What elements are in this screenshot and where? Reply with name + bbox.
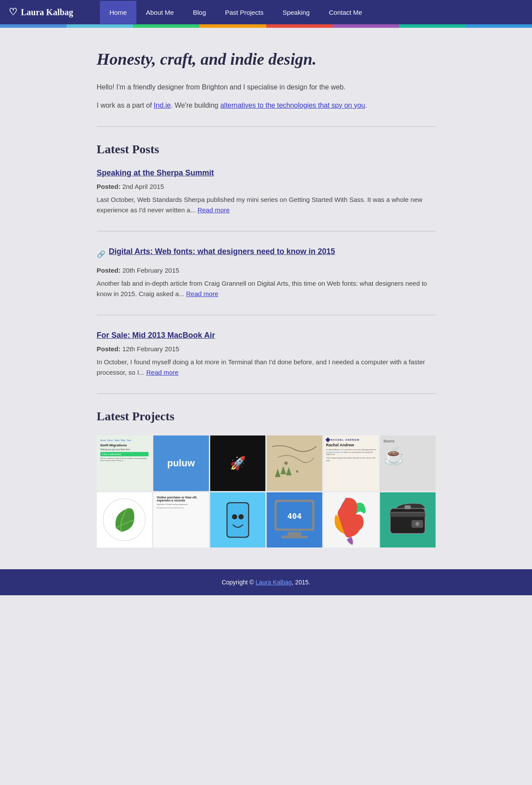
indie-link[interactable]: Ind.ie <box>154 102 171 109</box>
post-excerpt-3: In October, I found myself doing a lot m… <box>97 357 436 378</box>
post-excerpt-text-1: Last October, Web Standards Sherpa publi… <box>97 196 423 214</box>
project-thumb-friendly[interactable] <box>210 492 266 548</box>
intro2-mid: . We're building <box>171 102 220 109</box>
latest-projects-title: Latest Projects <box>97 409 436 423</box>
project-thumb-ukmap[interactable] <box>324 492 379 548</box>
svg-rect-18 <box>390 512 425 517</box>
svg-rect-15 <box>281 536 307 538</box>
post-read-more-2[interactable]: Read more <box>186 290 218 297</box>
post-date-label-1: Posted: <box>97 183 121 190</box>
svg-point-1 <box>284 462 288 465</box>
svg-rect-8 <box>227 503 248 537</box>
svg-point-21 <box>416 522 420 526</box>
nav-speaking[interactable]: Speaking <box>273 1 320 24</box>
footer-copyright-post: , 2015. <box>292 579 311 586</box>
intro-paragraph-2: I work as a part of Ind.ie. We're buildi… <box>97 100 436 111</box>
intro-paragraph-1: Hello! I'm a friendly designer from Brig… <box>97 82 436 93</box>
divider-post-2 <box>97 315 436 315</box>
project-thumb-beans[interactable]: Beans ☕ <box>380 435 436 491</box>
post-excerpt-1: Last October, Web Standards Sherpa publi… <box>97 195 436 215</box>
post-title-row-2: 🔗 Digital Arts: Web fonts: what designer… <box>97 247 436 261</box>
site-brand[interactable]: ♡ Laura Kalbag <box>9 7 87 18</box>
post-excerpt-2: Another fab and in-depth article from Cr… <box>97 278 436 299</box>
nav-past-projects[interactable]: Past Projects <box>215 1 273 24</box>
post-date-value-2: 20th February 2015 <box>122 267 179 274</box>
post-date-value-3: 12th February 2015 <box>122 345 179 353</box>
project-thumb-puluw[interactable]: puluw <box>153 435 209 491</box>
svg-text:404: 404 <box>287 511 301 521</box>
navigation: ♡ Laura Kalbag Home About Me Blog Past P… <box>0 0 532 24</box>
post-date-2: Posted: 20th February 2015 <box>97 267 436 274</box>
color-bar <box>0 24 532 28</box>
post-title-3[interactable]: For Sale: Mid 2013 MacBook Air <box>97 331 436 340</box>
divider-post-3 <box>97 393 436 394</box>
post-date-3: Posted: 12th February 2015 <box>97 345 436 353</box>
post-item-2: 🔗 Digital Arts: Web fonts: what designer… <box>97 247 436 299</box>
post-date-label-2: Posted: <box>97 267 121 274</box>
svg-point-10 <box>238 514 244 519</box>
nav-home[interactable]: Home <box>100 1 136 24</box>
spy-link[interactable]: alternatives to the technologies that sp… <box>220 102 365 109</box>
project-thumb-leaf[interactable] <box>97 492 152 548</box>
heart-icon: ♡ <box>9 7 17 18</box>
link-icon-post-2: 🔗 <box>97 250 106 258</box>
svg-point-2 <box>296 471 298 473</box>
project-thumb-rocket[interactable]: 🚀 <box>210 435 266 491</box>
post-title-2[interactable]: Digital Arts: Web fonts: what designers … <box>109 247 335 256</box>
project-thumb-map[interactable] <box>267 435 322 491</box>
divider-hero <box>97 126 436 127</box>
project-thumb-turbine[interactable]: Online purchase or time off, expenses a … <box>153 492 209 548</box>
nav-blog[interactable]: Blog <box>183 1 215 24</box>
post-item-1: Speaking at the Sherpa Summit Posted: 2n… <box>97 168 436 215</box>
post-title-1[interactable]: Speaking at the Sherpa Summit <box>97 168 436 178</box>
svg-rect-14 <box>287 532 301 536</box>
footer: Copyright © Laura Kalbag, 2015. <box>0 569 532 595</box>
post-item-3: For Sale: Mid 2013 MacBook Air Posted: 1… <box>97 331 436 378</box>
post-date-label-3: Posted: <box>97 345 121 353</box>
brand-name: Laura Kalbag <box>21 7 73 17</box>
intro2-pre: I work as a part of <box>97 102 154 109</box>
intro2-post: . <box>365 102 367 109</box>
footer-copyright-pre: Copyright © <box>221 579 255 586</box>
post-date-value-1: 2nd April 2015 <box>122 183 164 190</box>
post-read-more-3[interactable]: Read more <box>146 369 178 376</box>
project-thumb-rachel[interactable]: RACHEL ANDREW Rachel Andrew I'm Rachel A… <box>324 435 379 491</box>
divider-post-1 <box>97 231 436 231</box>
svg-rect-0 <box>267 435 322 491</box>
svg-rect-22 <box>405 505 411 509</box>
post-read-more-1[interactable]: Read more <box>198 206 230 214</box>
nav-links: Home About Me Blog Past Projects Speakin… <box>100 1 372 24</box>
post-date-1: Posted: 2nd April 2015 <box>97 183 436 190</box>
hero-tagline: Honesty, craft, and indie design. <box>97 49 436 69</box>
nav-contact[interactable]: Contact Me <box>319 1 372 24</box>
project-thumb-404[interactable]: 404 <box>267 492 322 548</box>
svg-point-9 <box>232 514 237 519</box>
projects-grid: HomeAboutTeamBlogCont Swift Migrations H… <box>97 435 436 548</box>
latest-posts-title: Latest Posts <box>97 142 436 156</box>
nav-about[interactable]: About Me <box>136 1 183 24</box>
footer-author-link[interactable]: Laura Kalbag <box>255 579 291 586</box>
project-thumb-swift[interactable]: HomeAboutTeamBlogCont Swift Migrations H… <box>97 435 152 491</box>
post-excerpt-text-2: Another fab and in-depth article from Cr… <box>97 280 427 297</box>
project-thumb-wallet[interactable] <box>380 492 436 548</box>
main-content: Honesty, craft, and indie design. Hello!… <box>88 28 444 569</box>
